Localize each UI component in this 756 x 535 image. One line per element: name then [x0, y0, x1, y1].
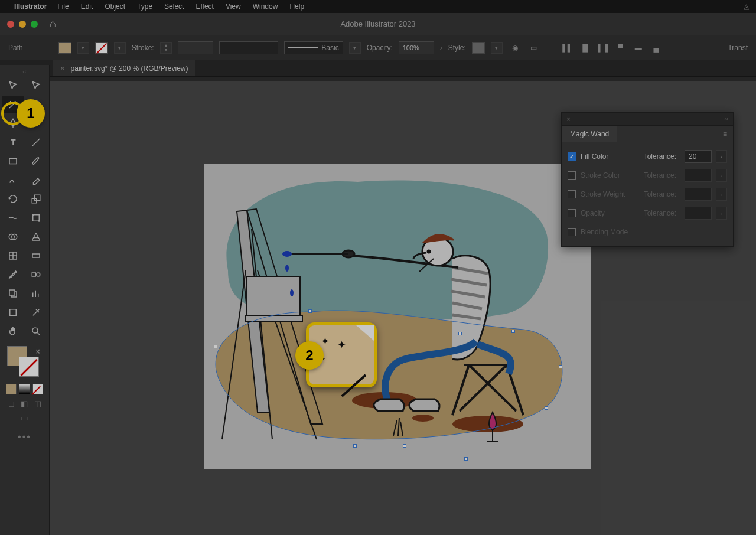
rectangle-tool[interactable]	[2, 152, 24, 170]
transform-link[interactable]: Transf	[728, 44, 748, 52]
align-bottom-icon[interactable]: ▄	[650, 41, 663, 54]
eyedropper-tool[interactable]	[2, 266, 24, 283]
align-left-icon[interactable]: ▌▌	[561, 41, 574, 54]
free-transform-tool[interactable]	[25, 209, 47, 227]
selection-handle[interactable]	[464, 457, 468, 461]
checkbox-stroke-color[interactable]	[568, 171, 576, 180]
direct-selection-tool[interactable]	[25, 77, 47, 94]
collapse-tools-icon[interactable]: ‹‹	[2, 68, 47, 77]
opacity-value[interactable]: 100%	[399, 41, 434, 54]
gradient-mode[interactable]	[19, 384, 30, 394]
menu-object[interactable]: Object	[105, 2, 125, 11]
graph-tool[interactable]	[25, 285, 47, 302]
home-icon[interactable]: ⌂	[50, 18, 56, 30]
selection-handle[interactable]	[214, 345, 217, 348]
menu-select[interactable]: Select	[164, 2, 184, 11]
stroke-swatch[interactable]	[95, 42, 108, 54]
menu-window[interactable]: Window	[253, 2, 278, 11]
slice-tool[interactable]	[25, 304, 47, 321]
symbol-sprayer-tool[interactable]	[2, 285, 24, 302]
panel-menu-icon[interactable]: ≡	[717, 130, 733, 138]
svg-rect-14	[9, 290, 15, 295]
align-vcenter-icon[interactable]: ▬	[632, 41, 645, 54]
close-button[interactable]	[7, 21, 14, 28]
brush-dropdown[interactable]: ▾	[349, 42, 361, 54]
row-blending-mode: Blending Mode	[568, 223, 727, 242]
fill-dropdown[interactable]: ▾	[77, 42, 89, 54]
hand-tool[interactable]	[2, 322, 24, 340]
align-top-icon[interactable]: ▀	[614, 41, 627, 54]
opacity-expand-icon[interactable]: ›	[440, 44, 442, 52]
gradient-tool[interactable]	[25, 247, 47, 265]
selection-handle[interactable]	[559, 365, 562, 368]
selection-tool[interactable]	[2, 77, 24, 94]
shaper-tool[interactable]	[2, 171, 24, 189]
maximize-button[interactable]	[31, 21, 38, 28]
collapse-panel-icon[interactable]: ‹‹	[724, 116, 728, 122]
recolor-icon[interactable]: ◉	[509, 41, 522, 54]
zoom-tool[interactable]	[25, 322, 47, 340]
tolerance-expand-icon[interactable]: ›	[716, 150, 727, 163]
stroke-weight-stepper[interactable]: ▴▾	[160, 42, 172, 54]
none-mode[interactable]	[32, 384, 43, 394]
scale-tool[interactable]	[25, 190, 47, 208]
type-tool[interactable]: T	[2, 133, 24, 151]
artboard[interactable]	[204, 164, 591, 469]
perspective-tool[interactable]	[25, 228, 47, 246]
stroke-weight-select[interactable]	[178, 41, 213, 54]
rotate-tool[interactable]	[2, 190, 24, 208]
draw-inside-icon[interactable]: ◫	[32, 398, 43, 409]
eraser-tool[interactable]	[25, 171, 47, 189]
checkbox-blending-mode[interactable]	[568, 228, 576, 236]
svg-rect-2	[9, 159, 17, 164]
selection-handle[interactable]	[511, 330, 515, 333]
menu-help[interactable]: Help	[289, 2, 304, 11]
style-dropdown[interactable]: ▾	[491, 42, 503, 54]
selection-handle[interactable]	[353, 444, 357, 448]
tolerance-input-opacity	[685, 207, 712, 220]
selection-handle[interactable]	[308, 309, 312, 313]
blend-tool[interactable]	[25, 266, 47, 283]
solid-color-mode[interactable]	[6, 384, 17, 394]
tolerance-input-fill[interactable]	[685, 150, 712, 163]
close-tab-icon[interactable]: ×	[60, 64, 65, 73]
panel-titlebar[interactable]: × ‹‹	[562, 113, 733, 126]
checkbox-fill-color[interactable]: ✓	[568, 152, 576, 161]
stroke-color-chip[interactable]	[19, 357, 39, 377]
doc-setup-icon[interactable]: ▭	[527, 41, 540, 54]
vsp-select[interactable]	[219, 41, 278, 54]
menu-view[interactable]: View	[226, 2, 241, 11]
draw-normal-icon[interactable]: ◻	[6, 398, 17, 409]
document-tab[interactable]: × painter.svg* @ 200 % (RGB/Preview)	[53, 60, 195, 76]
close-panel-icon[interactable]: ×	[566, 115, 571, 123]
style-swatch[interactable]	[472, 42, 485, 54]
width-tool[interactable]	[2, 209, 24, 227]
menu-edit[interactable]: Edit	[81, 2, 93, 11]
swap-colors-icon[interactable]: ⤮	[35, 347, 41, 355]
app-name[interactable]: Illustrator	[14, 2, 47, 11]
menu-file[interactable]: File	[57, 2, 69, 11]
selection-handle[interactable]	[545, 406, 548, 410]
menu-type[interactable]: Type	[137, 2, 152, 11]
align-right-icon[interactable]: ▌▐	[597, 41, 610, 54]
panel-tab-magic-wand[interactable]: Magic Wand	[562, 126, 617, 142]
brush-preview[interactable]: Basic	[284, 41, 343, 54]
checkbox-opacity[interactable]	[568, 209, 576, 217]
shape-builder-tool[interactable]	[2, 228, 24, 246]
draw-behind-icon[interactable]: ◧	[19, 398, 30, 409]
edit-toolbar-icon[interactable]: •••	[2, 432, 47, 442]
align-hcenter-icon[interactable]: ▐▌	[579, 41, 592, 54]
stroke-dropdown[interactable]: ▾	[114, 42, 126, 54]
selection-handle[interactable]	[458, 332, 462, 335]
minimize-button[interactable]	[19, 21, 26, 28]
screen-mode-icon[interactable]: ▭	[2, 412, 47, 423]
menu-effect[interactable]: Effect	[195, 2, 213, 11]
mesh-tool[interactable]	[2, 247, 24, 265]
fill-swatch[interactable]	[58, 42, 71, 54]
canvas-area[interactable]: × ‹‹ Magic Wand ≡ ✓ Fill Color Tolerance…	[50, 81, 756, 535]
selection-handle[interactable]	[403, 444, 406, 448]
checkbox-stroke-weight[interactable]	[568, 190, 576, 198]
artboard-tool[interactable]	[2, 304, 24, 321]
paintbrush-tool[interactable]	[25, 152, 47, 170]
line-tool[interactable]	[25, 133, 47, 151]
